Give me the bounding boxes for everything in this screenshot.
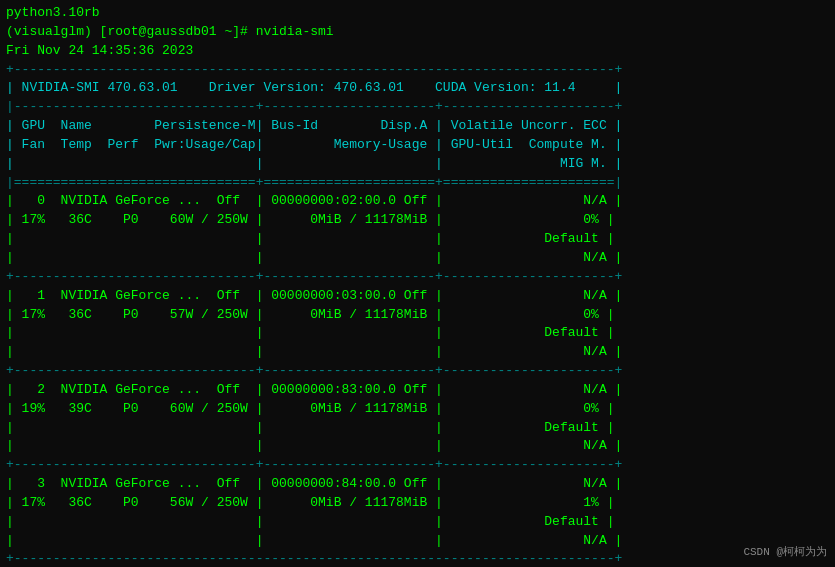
watermark: CSDN @柯柯为为	[743, 544, 827, 559]
terminal-line-gpu2-4: | | | N/A |	[6, 437, 829, 456]
terminal-line-gpu2-2: | 19% 39C P0 60W / 250W | 0MiB / 11178Mi…	[6, 400, 829, 419]
terminal-line-sep3: |===============================+=======…	[6, 174, 829, 193]
terminal-line-sep6: +-------------------------------+-------…	[6, 456, 829, 475]
terminal-line-col1: | GPU Name Persistence-M| Bus-Id Disp.A …	[6, 117, 829, 136]
terminal-line-gpu0-2: | 17% 36C P0 60W / 250W | 0MiB / 11178Mi…	[6, 211, 829, 230]
terminal-line-gpu3-4: | | | N/A |	[6, 532, 829, 551]
terminal-line-gpu0-4: | | | N/A |	[6, 249, 829, 268]
terminal-line-prompt1: python3.10rb	[6, 4, 829, 23]
terminal-line-gpu2-1: | 2 NVIDIA GeForce ... Off | 00000000:83…	[6, 381, 829, 400]
terminal-line-prompt2: (visualglm) [root@gaussdb01 ~]# nvidia-s…	[6, 23, 829, 42]
terminal-line-col2: | Fan Temp Perf Pwr:Usage/Cap| Memory-Us…	[6, 136, 829, 155]
terminal-line-gpu3-3: | | | Default |	[6, 513, 829, 532]
terminal-line-sep2: |-------------------------------+-------…	[6, 98, 829, 117]
terminal-line-sep4: +-------------------------------+-------…	[6, 268, 829, 287]
terminal-line-sep7: +---------------------------------------…	[6, 550, 829, 567]
terminal-line-col3: | | | MIG M. |	[6, 155, 829, 174]
terminal-line-gpu3-1: | 3 NVIDIA GeForce ... Off | 00000000:84…	[6, 475, 829, 494]
terminal-line-sep5: +-------------------------------+-------…	[6, 362, 829, 381]
terminal-content: python3.10rb(visualglm) [root@gaussdb01 …	[6, 4, 829, 567]
terminal-line-gpu1-1: | 1 NVIDIA GeForce ... Off | 00000000:03…	[6, 287, 829, 306]
terminal-line-gpu1-3: | | | Default |	[6, 324, 829, 343]
terminal-line-gpu2-3: | | | Default |	[6, 419, 829, 438]
terminal-line-gpu3-2: | 17% 36C P0 56W / 250W | 0MiB / 11178Mi…	[6, 494, 829, 513]
terminal-line-gpu0-1: | 0 NVIDIA GeForce ... Off | 00000000:02…	[6, 192, 829, 211]
terminal-line-gpu1-2: | 17% 36C P0 57W / 250W | 0MiB / 11178Mi…	[6, 306, 829, 325]
terminal-line-gpu1-4: | | | N/A |	[6, 343, 829, 362]
terminal-window: python3.10rb(visualglm) [root@gaussdb01 …	[0, 0, 835, 567]
terminal-line-date: Fri Nov 24 14:35:36 2023	[6, 42, 829, 61]
terminal-line-sep1: +---------------------------------------…	[6, 61, 829, 80]
terminal-line-smi-header: | NVIDIA-SMI 470.63.01 Driver Version: 4…	[6, 79, 829, 98]
terminal-line-gpu0-3: | | | Default |	[6, 230, 829, 249]
